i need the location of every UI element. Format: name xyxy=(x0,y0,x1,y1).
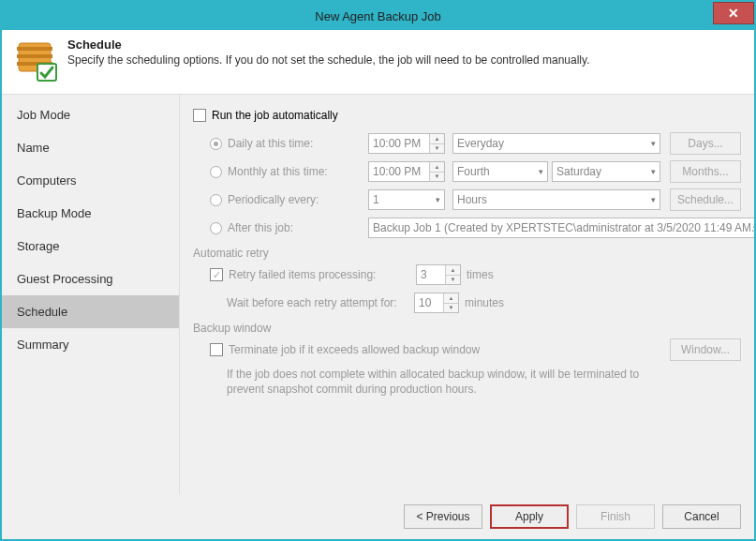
chevron-down-icon: ▾ xyxy=(753,223,754,233)
months-button[interactable]: Months... xyxy=(670,160,741,183)
periodic-value-select[interactable]: 1 ▾ xyxy=(368,189,445,210)
close-button[interactable]: ✕ xyxy=(713,2,754,24)
header: Schedule Specify the scheduling options.… xyxy=(2,30,754,95)
finish-button[interactable]: Finish xyxy=(576,504,655,529)
monthly-radio[interactable] xyxy=(210,166,222,178)
wait-value-spinner[interactable]: ▲▼ xyxy=(414,293,459,313)
window-button[interactable]: Window... xyxy=(670,338,741,361)
monthly-time-spinner[interactable]: ▲▼ xyxy=(368,161,445,182)
after-job-label: After this job: xyxy=(228,221,368,234)
run-auto-label: Run the job automatically xyxy=(212,109,338,122)
page-description: Specify the scheduling options. If you d… xyxy=(67,53,743,67)
retry-checkbox[interactable] xyxy=(210,268,223,281)
close-icon: ✕ xyxy=(728,6,739,21)
sidebar-item-schedule[interactable]: Schedule xyxy=(2,295,179,328)
spin-down-icon[interactable]: ▼ xyxy=(446,276,460,285)
monthly-label: Monthly at this time: xyxy=(228,165,368,178)
titlebar: New Agent Backup Job ✕ xyxy=(2,2,754,30)
dialog-window: New Agent Backup Job ✕ Schedule Specify … xyxy=(0,0,756,541)
periodic-unit-select[interactable]: Hours ▾ xyxy=(452,189,660,210)
monthly-day-select[interactable]: Saturday ▾ xyxy=(552,161,660,182)
sidebar-item-computers[interactable]: Computers xyxy=(2,164,179,197)
run-auto-checkbox[interactable] xyxy=(193,109,206,122)
content-pane: Run the job automatically Daily at this … xyxy=(180,95,754,494)
svg-rect-1 xyxy=(17,47,52,51)
daily-label: Daily at this time: xyxy=(228,137,368,150)
retry-count-input[interactable] xyxy=(417,265,445,284)
chevron-down-icon: ▾ xyxy=(651,167,656,176)
wizard-sidebar: Job Mode Name Computers Backup Mode Stor… xyxy=(2,95,180,494)
schedule-icon xyxy=(13,38,58,83)
retry-count-spinner[interactable]: ▲▼ xyxy=(416,264,461,285)
periodic-label: Periodically every: xyxy=(228,193,368,206)
chevron-down-icon: ▾ xyxy=(651,139,656,148)
sidebar-item-guest-processing[interactable]: Guest Processing xyxy=(2,263,179,295)
footer: < Previous Apply Finish Cancel xyxy=(2,494,754,539)
terminate-checkbox[interactable] xyxy=(210,343,223,356)
wait-value-input[interactable] xyxy=(415,293,443,312)
spin-down-icon[interactable]: ▼ xyxy=(430,173,444,182)
daily-radio[interactable] xyxy=(210,138,222,150)
chevron-down-icon: ▾ xyxy=(436,195,440,204)
monthly-time-input[interactable] xyxy=(369,162,429,181)
window-section-title: Backup window xyxy=(193,322,741,335)
monthly-week-select[interactable]: Fourth ▾ xyxy=(452,161,548,182)
retry-section-title: Automatic retry xyxy=(193,247,741,260)
sidebar-item-name[interactable]: Name xyxy=(2,131,179,164)
svg-rect-2 xyxy=(17,54,52,58)
apply-button[interactable]: Apply xyxy=(490,504,569,529)
sidebar-item-backup-mode[interactable]: Backup Mode xyxy=(2,197,179,230)
spin-up-icon[interactable]: ▲ xyxy=(430,162,444,173)
sidebar-item-summary[interactable]: Summary xyxy=(2,328,179,361)
after-job-select[interactable]: Backup Job 1 (Created by XPERTSTEC\admin… xyxy=(368,218,754,238)
cancel-button[interactable]: Cancel xyxy=(662,504,741,529)
periodic-radio[interactable] xyxy=(210,194,222,206)
wait-unit: minutes xyxy=(465,296,504,309)
chevron-down-icon: ▾ xyxy=(539,167,543,176)
window-title: New Agent Backup Job xyxy=(315,9,440,23)
spin-up-icon[interactable]: ▲ xyxy=(446,265,460,276)
after-job-radio[interactable] xyxy=(210,222,222,234)
terminate-label: Terminate job if it exceeds allowed back… xyxy=(229,343,480,356)
spin-down-icon[interactable]: ▼ xyxy=(430,144,444,154)
schedule-button[interactable]: Schedule... xyxy=(670,188,741,211)
days-button[interactable]: Days... xyxy=(670,132,741,155)
previous-button[interactable]: < Previous xyxy=(404,504,482,529)
page-title: Schedule xyxy=(67,38,743,52)
spin-up-icon[interactable]: ▲ xyxy=(430,134,444,144)
daily-recurrence-select[interactable]: Everyday ▾ xyxy=(452,133,660,154)
chevron-down-icon: ▾ xyxy=(651,195,656,204)
sidebar-item-job-mode[interactable]: Job Mode xyxy=(2,98,179,131)
retry-unit: times xyxy=(467,268,494,281)
wait-label: Wait before each retry attempt for: xyxy=(227,296,414,309)
window-note: If the job does not complete within allo… xyxy=(193,367,741,397)
daily-time-spinner[interactable]: ▲▼ xyxy=(368,133,445,154)
sidebar-item-storage[interactable]: Storage xyxy=(2,230,179,263)
daily-time-input[interactable] xyxy=(369,134,429,153)
spin-down-icon[interactable]: ▼ xyxy=(444,304,458,313)
retry-label: Retry failed items processing: xyxy=(229,268,416,281)
spin-up-icon[interactable]: ▲ xyxy=(444,293,458,304)
